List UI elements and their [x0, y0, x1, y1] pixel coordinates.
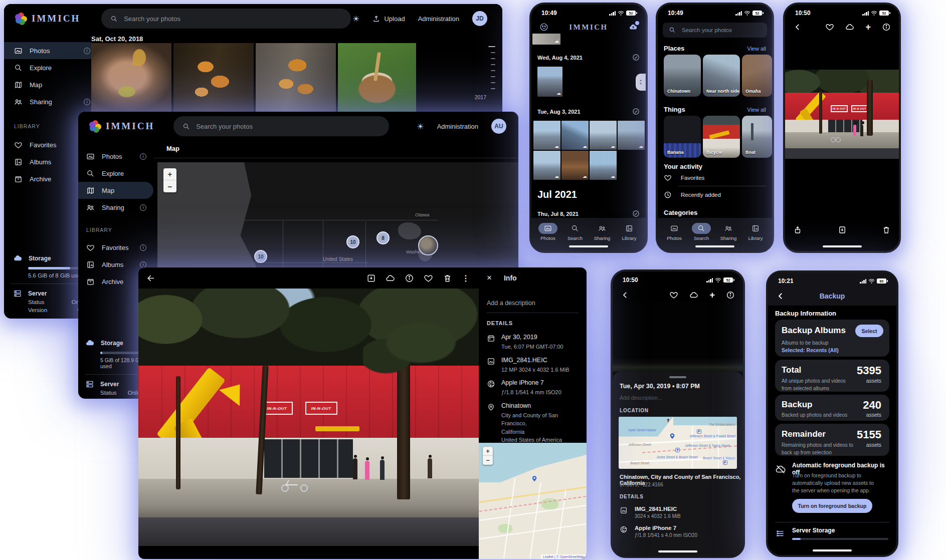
search-input[interactable]: Search your photos [173, 116, 389, 136]
photo-thumbnail-mushrooms[interactable] [256, 43, 336, 117]
administration-link[interactable]: Administration [437, 123, 478, 130]
thing-card[interactable]: Boat [742, 116, 772, 158]
photo-thumbnail-mushroom[interactable] [91, 43, 171, 117]
kebab-menu-icon[interactable]: ⋮ [462, 273, 470, 283]
photo-thumbnail[interactable]: ☁ [561, 121, 589, 150]
sheet-drag-handle[interactable] [669, 376, 686, 378]
sidebar-item-map[interactable]: Map [4, 76, 97, 93]
search-input[interactable]: Search your photos [663, 23, 767, 38]
photo-thumbnail[interactable]: ☁ [590, 151, 617, 180]
immich-logo[interactable]: IMMICH [89, 120, 154, 132]
select-check-icon[interactable] [632, 210, 640, 217]
nav-photos[interactable]: Photos [661, 223, 687, 241]
sidebar-item-explore[interactable]: Explore [78, 165, 153, 182]
plus-icon[interactable]: + [865, 24, 871, 31]
place-card[interactable]: Near north side [703, 55, 740, 97]
plus-icon[interactable]: + [709, 292, 715, 299]
map-attribution[interactable]: Leaflet | © OpenStreetMap [541, 554, 587, 559]
heart-icon[interactable] [424, 273, 433, 283]
photo-viewer-image[interactable]: IN-N-OUT IN-N-OUT [785, 70, 899, 159]
photo-thumbnail[interactable]: ☁ [537, 67, 562, 97]
photo-thumbnail-basket[interactable] [338, 43, 416, 117]
archive-down-icon[interactable] [838, 225, 847, 234]
thing-card[interactable]: Bicycle [703, 116, 740, 158]
map-photo-marker[interactable] [418, 235, 438, 255]
nav-sharing[interactable]: Sharing [589, 223, 615, 241]
places-view-all[interactable]: View all [747, 46, 766, 52]
photo-thumbnail-mushrooms[interactable] [173, 43, 254, 117]
info-icon[interactable] [726, 291, 735, 300]
add-description-field[interactable]: Add a description [479, 289, 587, 313]
back-chevron-icon[interactable] [621, 291, 630, 300]
location-map[interactable]: The Embarcadero Hyde Street Harbor Jeffe… [619, 417, 737, 469]
sidebar-item-photos[interactable]: Photos i [78, 148, 153, 165]
select-button[interactable]: Select [855, 325, 883, 337]
map-zoom-control[interactable]: + − [163, 168, 176, 192]
trash-icon[interactable] [882, 225, 891, 234]
photo-thumbnail[interactable]: ☁ [533, 151, 560, 180]
zoom-out-button[interactable]: − [483, 456, 493, 465]
sidebar-item-sharing[interactable]: Sharing i [4, 93, 97, 110]
timeline-scrubber-handle[interactable]: ▲▼ [636, 74, 646, 91]
zoom-in-button[interactable]: + [483, 447, 493, 456]
nav-sharing[interactable]: Sharing [715, 223, 741, 241]
nav-search[interactable]: Search [688, 223, 714, 241]
photo-thumbnail[interactable]: ☁ [618, 121, 645, 150]
close-icon[interactable]: × [487, 273, 492, 283]
sidebar-item-favorites[interactable]: Favorites i [78, 239, 153, 256]
administration-link[interactable]: Administration [418, 15, 459, 23]
heart-icon[interactable] [669, 291, 678, 300]
nav-photos[interactable]: Photos [535, 223, 561, 241]
info-icon[interactable] [882, 23, 891, 32]
trash-icon[interactable] [443, 273, 452, 283]
avatar[interactable]: JD [472, 11, 487, 26]
cloud-icon[interactable] [386, 273, 395, 283]
map-cluster-marker[interactable]: 8 [376, 231, 390, 244]
share-icon[interactable] [793, 225, 802, 234]
zoom-out-button[interactable]: − [163, 180, 176, 192]
immich-logo[interactable]: IMMICH [15, 13, 80, 25]
zoom-in-button[interactable]: + [163, 168, 176, 180]
photo-thumbnail[interactable]: ☁ [533, 121, 560, 150]
theme-toggle-sun-icon[interactable]: ☀ [417, 122, 424, 131]
nav-library[interactable]: Library [742, 223, 769, 241]
photo-viewer-image[interactable]: IN-N-OUT IN-N-OUT [138, 289, 479, 546]
map-cluster-marker[interactable]: 10 [346, 235, 359, 248]
place-card[interactable]: Omaha [742, 55, 772, 97]
cloud-upload-icon[interactable] [689, 291, 698, 300]
upload-button[interactable]: Upload [372, 15, 405, 23]
add-description-field[interactable]: Add description... [620, 395, 662, 401]
search-input[interactable]: Search your photos [101, 9, 351, 29]
info-icon[interactable] [405, 273, 414, 283]
photo-thumbnail[interactable]: ☁ [561, 151, 589, 180]
turn-on-foreground-backup-button[interactable]: Turn on foreground backup [792, 499, 872, 513]
cloud-upload-icon[interactable] [845, 23, 854, 32]
place-card[interactable]: Chinatown [664, 55, 701, 97]
thing-card[interactable]: Banana [664, 116, 701, 158]
back-button[interactable] [146, 273, 156, 283]
select-check-icon[interactable] [632, 108, 640, 115]
nav-library[interactable]: Library [616, 223, 642, 241]
photo-thumbnail[interactable]: ☁ [590, 121, 617, 150]
activity-favorites[interactable]: Favorites [664, 174, 704, 182]
download-tray-icon[interactable] [366, 273, 376, 283]
back-chevron-icon[interactable] [793, 23, 802, 32]
things-view-all[interactable]: View all [747, 107, 766, 113]
info-bottom-sheet[interactable]: Tue, Apr 30, 2019 • 8:07 PM Add descript… [613, 372, 743, 556]
sidebar-item-photos[interactable]: Photos i [4, 42, 97, 59]
location-mini-map[interactable]: + − Leaflet | © OpenStreetMap [479, 443, 587, 559]
sidebar-item-map[interactable]: Map [78, 182, 153, 199]
heart-icon[interactable] [825, 23, 834, 32]
photo-viewer-image-dark[interactable] [613, 302, 743, 372]
sidebar-item-explore[interactable]: Explore [4, 59, 97, 76]
photo-thumbnail[interactable]: ☁̸ [532, 34, 560, 45]
mini-map-zoom-control[interactable]: + − [483, 447, 493, 465]
map-cluster-marker[interactable]: 10 [254, 250, 267, 263]
select-check-icon[interactable] [632, 54, 640, 61]
timeline-scrubber[interactable] [488, 46, 495, 89]
activity-recently-added[interactable]: Recently added [664, 191, 721, 199]
sidebar-item-sharing[interactable]: Sharing i [78, 199, 153, 216]
nav-search[interactable]: Search [562, 223, 588, 241]
avatar[interactable]: AU [491, 119, 506, 134]
theme-toggle-sun-icon[interactable]: ☀ [352, 14, 359, 24]
